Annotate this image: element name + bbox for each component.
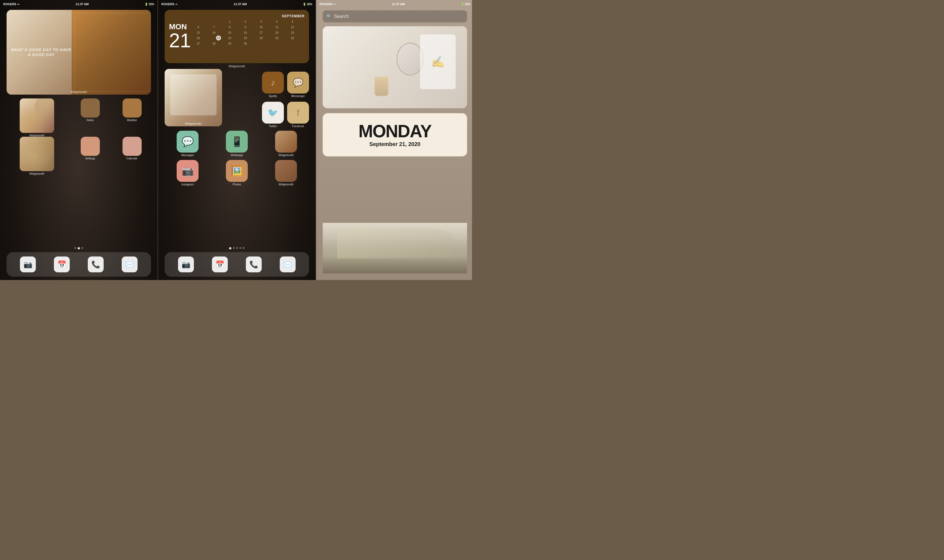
dot-1[interactable] [74, 247, 76, 249]
dock-calendar[interactable]: 📅 [54, 257, 70, 272]
time-1: 11:37 AM [75, 3, 89, 6]
widgetsmith-label-1: Widgetsmith [6, 90, 151, 94]
time-3: 11:37 AM [392, 3, 405, 6]
notes-icon [81, 98, 100, 118]
twitter-label: Twitter [269, 125, 277, 128]
dot-2-2[interactable] [233, 247, 235, 249]
widgetsmith-photo-widget[interactable]: Widgetsmith [165, 69, 222, 126]
dot-2-4[interactable] [240, 247, 241, 249]
facebook-label: Facebook [292, 125, 304, 128]
photos-item[interactable]: 🖼️ Photos [214, 160, 260, 186]
battery-level-2: 32% [307, 3, 312, 6]
dot-2-1-active[interactable] [229, 247, 231, 249]
settings-app-item[interactable]: Settings [71, 137, 109, 175]
status-left-3: ROGERS ▪▪ [320, 3, 336, 6]
bottom-app-grid: 💬 Messages 📱 Whatsapp Widgetsmith 📷 Inst… [165, 131, 309, 186]
widgetsmith-large-widget[interactable]: WHAT A GOOD DAY TO HAVE A GOOD DAY Widge… [6, 10, 151, 95]
settings-icon [81, 137, 100, 156]
dock2-phone[interactable]: 📞 [246, 257, 262, 272]
dock2-mail[interactable]: ✉️ [280, 257, 296, 272]
widgetsmith-sm2-item[interactable]: Widgetsmith [6, 137, 67, 175]
cal-cell: 6 [195, 25, 201, 29]
twitter-icon: 🐦 [262, 102, 284, 124]
instagram-label: Instagram [181, 183, 194, 186]
status-right-3: 🔋 32% [461, 3, 470, 6]
instagram-item[interactable]: 📷 Instagram [165, 160, 211, 186]
widgetsmith-sm2-label: Widgetsmith [29, 172, 45, 175]
whatsapp-label: Whatsapp [231, 154, 243, 157]
page-dots-2 [158, 247, 315, 249]
spotify-label: Spotify [269, 95, 277, 98]
cal-cell [211, 19, 217, 24]
calendar-label: Calendar [126, 157, 138, 160]
instagram-icon: 📷 [177, 160, 198, 182]
cal-cell: 24 [258, 35, 264, 40]
cal-cell: 29 [227, 41, 233, 46]
twitter-item[interactable]: 🐦 Twitter [262, 102, 284, 128]
dock-phone[interactable]: 📞 [88, 257, 104, 272]
monday-widget[interactable]: MONDAY September 21, 2020 [323, 113, 467, 156]
whatsapp-item[interactable]: 📱 Whatsapp [214, 131, 260, 157]
battery-level-1: 32% [149, 3, 154, 6]
cal-cell [274, 41, 280, 46]
interior-art-scene: ✍ [323, 26, 467, 108]
spotify-item[interactable]: ♪ Spotify [262, 72, 284, 98]
dock-camera[interactable]: 📷 [20, 257, 36, 272]
bottom-photos [323, 223, 467, 274]
cal-cell [290, 41, 296, 46]
messenger-item[interactable]: 💬 Messenger [287, 72, 309, 98]
cal-cell: 16 [242, 30, 248, 35]
settings-label: Settings [85, 157, 95, 160]
search-icon: 🔍 [326, 14, 332, 19]
app-row-1: Widgetsmith Notes Weather [6, 98, 151, 137]
widgetsmith-photo2-item[interactable]: Widgetsmith [263, 131, 309, 157]
widgetsmith3-icon [275, 160, 297, 182]
widgetsmith-medium-item[interactable]: Widgetsmith [6, 98, 67, 137]
cal-cell: 7 [211, 25, 217, 29]
calendar-app-item[interactable]: Calendar [113, 137, 151, 175]
calendar-icon [123, 137, 141, 156]
status-bar-2: ROGERS ▪▪ 11:37 AM 🔋 32% [158, 0, 315, 8]
widgetsmith3-label: Widgetsmith [278, 183, 294, 186]
dock2-camera[interactable]: 📷 [178, 257, 194, 272]
widgetsmith-label-cal: Widgetsmith [158, 65, 315, 68]
weather-app-item[interactable]: Weather [113, 98, 151, 137]
status-left-2: ROGERS ▪▪ [161, 3, 178, 6]
cal-cell: 22 [227, 35, 233, 40]
status-right-2: 🔋 32% [303, 3, 312, 6]
notes-app-item[interactable]: Notes [71, 98, 109, 137]
dock-mail[interactable]: ✉️ [122, 257, 138, 272]
search-bar[interactable]: 🔍 Search [323, 11, 467, 22]
time-2: 11:37 AM [234, 3, 247, 6]
facebook-item[interactable]: f Facebook [287, 102, 309, 128]
messages-item[interactable]: 💬 Messages [165, 131, 211, 157]
cal-cell: 9 [242, 25, 248, 29]
p2-row2-icons: 🐦 Twitter f Facebook [262, 102, 309, 128]
widgetsmith3-item[interactable]: Widgetsmith [263, 160, 309, 186]
calendar-left: MON 21 [169, 14, 191, 59]
signal-icon-1: ▪▪ [17, 3, 20, 6]
dot-2-active[interactable] [78, 247, 80, 249]
carrier-2: ROGERS [161, 3, 174, 6]
cal-cell: 19 [290, 30, 296, 35]
dot-2-5[interactable] [243, 247, 244, 249]
cal-cell: 20 [195, 35, 201, 40]
cal-cell: 5 [290, 19, 296, 24]
app-row-2: Widgetsmith Settings Calendar [6, 137, 151, 175]
cal-cell: 27 [195, 41, 201, 46]
messenger-icon: 💬 [287, 72, 309, 94]
widgetsmith-photo2-label: Widgetsmith [278, 154, 294, 157]
dot-3[interactable] [81, 247, 83, 249]
battery-level-3: 32% [465, 3, 470, 6]
phone-screen-3: ROGERS ▪▪ 11:37 AM 🔋 32% 🔍 Search ✍ MOND… [316, 0, 472, 280]
messages-icon: 💬 [177, 131, 198, 152]
carrier-1: ROGERS [3, 3, 16, 6]
weather-icon [123, 98, 141, 118]
dot-2-3[interactable] [236, 247, 238, 249]
weather-label: Weather [127, 118, 137, 122]
cal-cell: 14 [211, 30, 217, 35]
widgetsmith-photo-label: Widgetsmith [165, 122, 222, 125]
calendar-widget[interactable]: MON 21 SEPTEMBER 1 2 3 4 5 6 7 8 9 10 11 [165, 10, 309, 63]
dock2-calendar[interactable]: 📅 [212, 257, 228, 272]
battery-icon-3: 🔋 [461, 3, 464, 6]
